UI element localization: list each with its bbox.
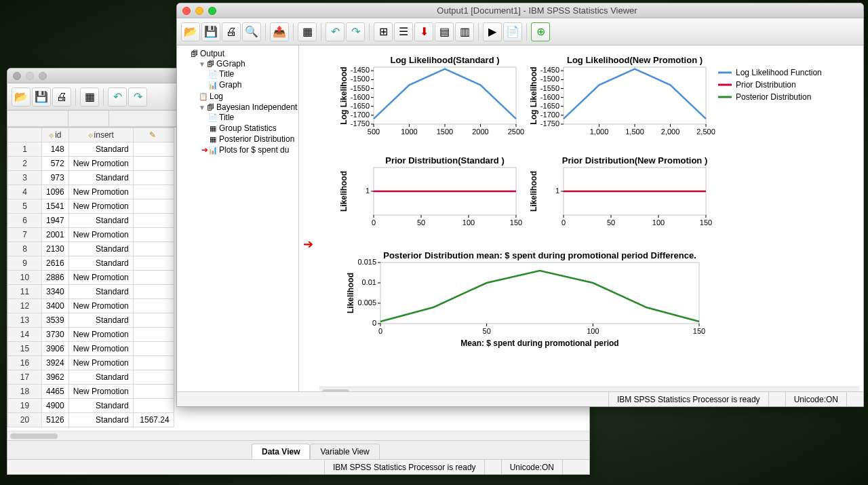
table-row[interactable]: 153906New Promotion [8, 342, 174, 356]
col-header-insert[interactable]: ⟐insert [68, 128, 133, 142]
svg-text:-1600: -1600 [540, 93, 559, 101]
outline-ggraph[interactable]: GGraph [216, 59, 245, 69]
redo-button[interactable]: ↷ [346, 22, 365, 41]
table-row[interactable]: 3973Standard [8, 171, 174, 185]
output-canvas[interactable]: ➔ Log Likelihood(Standard )Log Likelihoo… [299, 45, 863, 391]
save-button[interactable]: 💾 [201, 22, 220, 41]
svg-text:-1750: -1750 [351, 119, 370, 128]
print-button[interactable]: 🖨 [222, 22, 241, 41]
outline-b-posterior[interactable]: Posterior Distribution [219, 134, 294, 144]
table-row[interactable]: 61947Standard [8, 214, 174, 228]
table-row[interactable]: 2572New Promotion [8, 157, 174, 171]
outline-bayesian[interactable]: Bayesian Independent [216, 102, 297, 112]
outline-log[interactable]: Log [210, 92, 223, 101]
svg-text:0: 0 [372, 218, 376, 227]
goto-data-button[interactable]: ⊞ [374, 22, 393, 41]
undo-button[interactable]: ↶ [108, 88, 127, 106]
svg-text:0: 0 [561, 218, 566, 227]
table-row[interactable]: 82130Standard [8, 242, 174, 256]
svg-text:0: 0 [378, 327, 382, 335]
close-icon[interactable] [182, 7, 191, 15]
tab-data-view[interactable]: Data View [252, 444, 310, 459]
svg-text:Log Likelihood Function: Log Likelihood Function [736, 68, 822, 77]
outline-gg-graph[interactable]: Graph [219, 80, 241, 90]
svg-text:100: 100 [462, 218, 475, 227]
undo-button[interactable]: ↶ [326, 22, 344, 41]
print-button[interactable]: 🖨 [52, 88, 71, 106]
designate-button[interactable]: 📄 [503, 22, 522, 41]
table-row[interactable]: 92616Standard [8, 256, 174, 271]
svg-text:0: 0 [372, 319, 376, 327]
table-row[interactable]: 123400New Promotion [8, 299, 174, 313]
outline-b-group[interactable]: Group Statistics [219, 123, 277, 133]
dialog-recall-button[interactable]: ▦ [298, 22, 317, 41]
add-button[interactable]: ⊕ [531, 22, 550, 41]
svg-text:1000: 1000 [401, 128, 417, 136]
save-button[interactable]: 💾 [32, 88, 51, 106]
svg-text:Log Likelihood(Standard ): Log Likelihood(Standard ) [390, 55, 499, 65]
table-row[interactable]: 133539Standard [8, 313, 174, 328]
table-row[interactable]: 143730New Promotion [8, 328, 174, 342]
table-row[interactable]: 173962Standard [8, 370, 174, 385]
minimize-icon[interactable] [195, 7, 203, 15]
outline-root[interactable]: Output [200, 49, 224, 58]
print-preview-button[interactable]: 🔍 [242, 22, 261, 41]
svg-text:Log Likelihood(New Promotion ): Log Likelihood(New Promotion ) [567, 55, 703, 65]
svg-text:150: 150 [700, 218, 712, 227]
svg-text:-1750: -1750 [540, 119, 559, 128]
goto-var-button[interactable]: ⬇ [414, 22, 433, 41]
viewer-titlebar: Output1 [Document1] - IBM SPSS Statistic… [177, 3, 863, 18]
outline-gg-title[interactable]: Title [219, 69, 234, 79]
select-last-button[interactable]: ▥ [455, 22, 474, 41]
table-row[interactable]: 51541New Promotion [8, 199, 174, 214]
svg-text:Prior Distribution(New Promoti: Prior Distribution(New Promotion ) [562, 155, 708, 166]
svg-text:Posterior Distribution mean: $: Posterior Distribution mean: $ spent dur… [383, 250, 696, 260]
table-row[interactable]: 1148Standard [8, 142, 174, 157]
table-row[interactable]: 163924New Promotion [8, 356, 174, 370]
table-row[interactable]: 205126Standard1567.24 [8, 413, 174, 427]
table-row[interactable]: 102886New Promotion [8, 271, 174, 285]
svg-rect-28 [564, 67, 706, 124]
export-button[interactable]: 📤 [270, 22, 289, 41]
output-outline[interactable]: 🗐Output ▼🗐GGraph 📄Title 📊Graph 📋Log ▼🗐Ba… [177, 45, 299, 391]
svg-text:Posterior Distribution: Posterior Distribution [736, 92, 811, 102]
svg-text:0.01: 0.01 [362, 278, 376, 286]
table-row[interactable]: 194900Standard [8, 399, 174, 413]
maximize-icon[interactable] [208, 7, 216, 15]
viewer-hscroll[interactable] [319, 387, 859, 391]
svg-text:2000: 2000 [472, 128, 488, 136]
table-row[interactable]: 113340Standard [8, 285, 174, 299]
dialog-recall-button[interactable]: ▦ [80, 88, 99, 106]
vars-button[interactable]: ▤ [435, 22, 454, 41]
redo-button[interactable]: ↷ [128, 88, 147, 106]
svg-text:50: 50 [483, 327, 491, 335]
output-viewer-window: Output1 [Document1] - IBM SPSS Statistic… [176, 3, 864, 407]
svg-text:Likelihood: Likelihood [339, 171, 349, 212]
svg-text:0.005: 0.005 [357, 298, 376, 307]
svg-text:1: 1 [555, 187, 559, 195]
outline-b-plots[interactable]: Plots for $ spent du [219, 145, 289, 155]
svg-text:2,500: 2,500 [696, 128, 715, 136]
col-header-id[interactable]: ⟐id [42, 128, 69, 142]
svg-text:-1650: -1650 [540, 102, 559, 110]
viewer-title: Output1 [Document1] - IBM SPSS Statistic… [216, 5, 858, 16]
outline-b-title[interactable]: Title [219, 113, 234, 122]
svg-text:Log Likelihood: Log Likelihood [339, 66, 349, 124]
open-button[interactable]: 📂 [181, 22, 200, 41]
tab-variable-view[interactable]: Variable View [310, 444, 379, 459]
svg-text:-1550: -1550 [540, 84, 559, 92]
svg-text:Likelihood: Likelihood [346, 273, 355, 313]
minimize-icon[interactable] [26, 72, 34, 80]
table-row[interactable]: 184465New Promotion [8, 385, 174, 399]
goto-case-button[interactable]: ☰ [394, 22, 413, 41]
open-button[interactable]: 📂 [12, 88, 31, 106]
editor-hscroll[interactable] [7, 431, 589, 440]
table-row[interactable]: 41096New Promotion [8, 185, 174, 199]
editor-status-processor: IBM SPSS Statistics Processor is ready [324, 460, 484, 474]
editor-statusbar: IBM SPSS Statistics Processor is ready U… [7, 459, 589, 474]
svg-text:100: 100 [652, 218, 665, 227]
maximize-icon[interactable] [39, 72, 47, 80]
run-button[interactable]: ▶ [483, 22, 502, 41]
close-icon[interactable] [13, 72, 21, 80]
table-row[interactable]: 72001New Promotion [8, 228, 174, 242]
